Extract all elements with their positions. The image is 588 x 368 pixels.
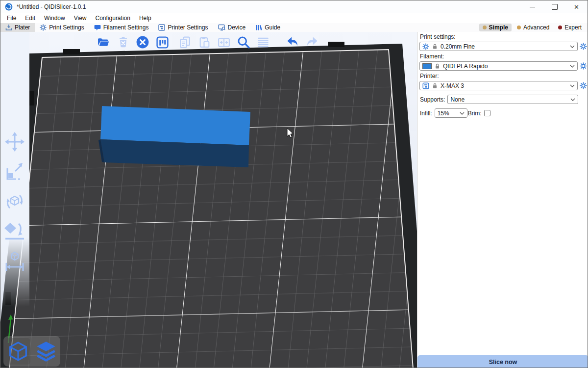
mode-expert[interactable]: Expert [555,24,585,31]
print-settings-gear-button[interactable] [579,42,588,51]
variable-layer-height-button[interactable] [255,34,271,50]
print-settings-value: 0.20mm Fine [441,43,567,50]
place-on-face-button[interactable] [3,220,26,243]
menu-edit[interactable]: Edit [21,14,40,23]
minimize-icon [530,7,535,7]
plater-icon [5,24,12,31]
split-objects-button[interactable] [216,34,232,50]
view-toggle-panel [3,336,60,367]
measure-button[interactable] [3,250,26,273]
menu-file[interactable]: File [2,14,21,23]
tab-plater[interactable]: Plater [0,23,35,32]
gear-icon [40,24,47,31]
slice-now-button[interactable]: Slice now [417,355,588,368]
filament-select[interactable]: QIDI PLA Rapido [419,61,578,71]
mode-label: Expert [564,24,582,31]
printer-icon [158,24,165,31]
delete-all-button[interactable] [135,34,150,50]
gear-icon [422,43,429,50]
tab-guide[interactable]: Guide [250,23,285,32]
gear-icon [580,82,587,89]
cube-icon [8,341,28,362]
supports-label: Supports: [420,96,445,103]
supports-select[interactable]: None [447,95,578,104]
maximize-button[interactable] [543,0,565,13]
paste-button[interactable] [196,34,212,50]
window-title: *Untitled - QIDISlicer-1.0.1 [17,3,521,10]
search-button[interactable] [236,34,251,50]
title-bar: *Untitled - QIDISlicer-1.0.1 ✕ [0,0,588,13]
scale-button[interactable] [3,160,26,184]
menu-configuration[interactable]: Configuration [91,14,135,23]
tab-device[interactable]: Device [213,23,251,32]
tab-filament-settings[interactable]: Filament Settings [89,23,154,32]
top-toolbar [96,34,320,50]
chevron-down-icon [570,64,575,68]
printer-value: X-MAX 3 [441,82,567,89]
filament-gear-button[interactable] [579,61,588,71]
mode-label: Simple [489,24,508,31]
chevron-down-icon [570,45,575,49]
print-settings-label: Print settings: [420,33,586,40]
lock-icon [435,63,440,69]
chevron-down-icon [570,98,575,102]
3d-viewport[interactable] [0,32,417,368]
minimize-button[interactable] [521,0,543,13]
arrange-button[interactable] [154,34,170,50]
delete-button[interactable] [115,34,131,50]
printer-icon [422,82,429,89]
filament-value: QIDI PLA Rapido [443,63,567,70]
chevron-down-icon [570,84,575,88]
close-button[interactable]: ✕ [565,0,588,13]
menu-bar: File Edit Window View Configuration Help [0,13,588,23]
printer-gear-button[interactable] [579,81,588,90]
simple-mode-dot-icon [483,26,487,29]
gear-icon [580,62,587,70]
print-settings-select[interactable]: 0.20mm Fine [419,42,578,51]
gear-icon [580,43,587,50]
lock-icon [432,83,438,89]
3d-editor-view-button[interactable] [5,338,30,365]
filament-color-swatch [422,63,432,69]
tab-print-settings[interactable]: Print Settings [35,23,89,32]
tab-label: Plater [15,24,30,31]
tab-label: Guide [265,24,280,31]
infill-label: Infill: [420,110,432,117]
menu-window[interactable]: Window [40,14,70,23]
printer-select[interactable]: X-MAX 3 [419,81,578,90]
app-logo-icon [5,3,13,11]
tab-label: Printer Settings [168,24,208,31]
tab-label: Device [228,24,246,31]
filament-label: Filament: [420,53,586,60]
mode-simple[interactable]: Simple [479,24,512,31]
tab-label: Filament Settings [103,24,149,31]
left-toolbar [3,130,26,273]
rotate-button[interactable] [3,190,26,213]
mode-switcher: Simple Advanced Expert [479,23,588,32]
brim-checkbox[interactable] [484,110,490,116]
menu-help[interactable]: Help [135,14,156,23]
tab-label: Print Settings [49,24,84,31]
supports-value: None [450,96,567,103]
chevron-down-icon [460,111,465,115]
preview-button[interactable] [33,338,58,365]
guide-books-icon [255,24,262,31]
model-box[interactable] [98,106,250,167]
tab-printer-settings[interactable]: Printer Settings [153,23,213,32]
filament-icon [94,25,101,31]
close-icon: ✕ [574,4,579,10]
menu-view[interactable]: View [70,14,91,23]
copy-button[interactable] [177,34,193,50]
layers-icon [35,340,57,363]
infill-select[interactable]: 15% [435,108,467,118]
redo-button[interactable] [304,34,320,50]
undo-button[interactable] [285,34,300,50]
mode-advanced[interactable]: Advanced [514,24,553,31]
open-button[interactable] [96,34,111,50]
tab-bar: Plater Print Settings Filament Settings … [0,23,588,33]
advanced-mode-dot-icon [517,26,521,29]
printer-label: Printer: [420,73,586,79]
move-button[interactable] [3,130,26,154]
lock-icon [432,44,438,50]
brim-label: Brim: [468,110,482,117]
